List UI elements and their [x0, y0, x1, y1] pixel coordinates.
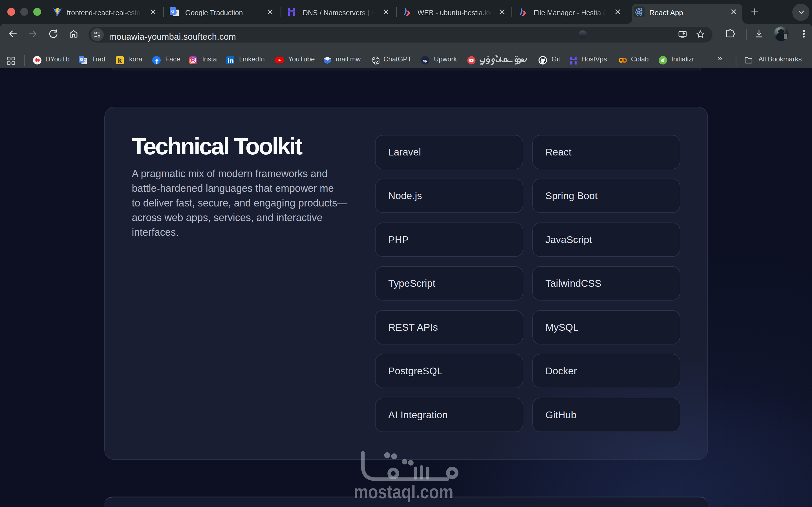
svg-text:G: G — [80, 57, 83, 62]
svg-text:up: up — [423, 59, 427, 62]
svg-text:G: G — [171, 9, 174, 13]
svg-text:k: k — [118, 57, 122, 64]
